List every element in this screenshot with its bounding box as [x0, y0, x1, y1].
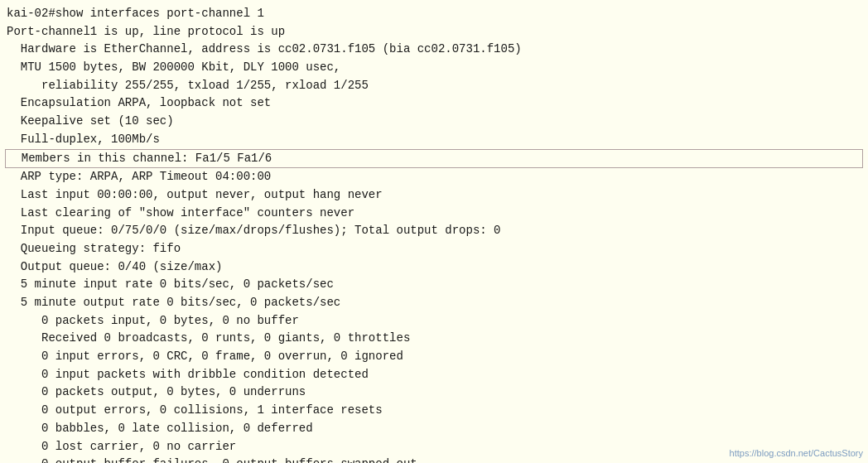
terminal-line: 0 babbles, 0 late collision, 0 deferred	[7, 420, 861, 438]
terminal-line: Input queue: 0/75/0/0 (size/max/drops/fl…	[7, 222, 861, 240]
terminal-line: Port-channel1 is up, line protocol is up	[7, 23, 861, 41]
terminal-line: reliability 255/255, txload 1/255, rxloa…	[7, 77, 861, 95]
terminal-line: Keepalive set (10 sec)	[7, 113, 861, 131]
terminal-line: Encapsulation ARPA, loopback not set	[7, 94, 861, 113]
terminal-line: ARP type: ARPA, ARP Timeout 04:00:00	[7, 168, 861, 186]
terminal-line: 5 minute input rate 0 bits/sec, 0 packet…	[7, 276, 861, 294]
terminal-line: kai-02#show interfaces port-channel 1	[7, 5, 861, 23]
terminal-line: Last input 00:00:00, output never, outpu…	[7, 186, 861, 205]
terminal-line: Hardware is EtherChannel, address is cc0…	[7, 41, 861, 59]
terminal-line: Members in this channel: Fa1/5 Fa1/6	[5, 149, 863, 169]
terminal-line: Received 0 broadcasts, 0 runts, 0 giants…	[7, 330, 861, 348]
terminal-output: kai-02#show interfaces port-channel 1Por…	[0, 0, 868, 463]
terminal-line: Queueing strategy: fifo	[7, 240, 861, 258]
terminal-line: Output queue: 0/40 (size/max)	[7, 258, 861, 277]
terminal-line: 0 input packets with dribble condition d…	[7, 366, 861, 384]
terminal-line: 0 input errors, 0 CRC, 0 frame, 0 overru…	[7, 348, 861, 366]
terminal-line: 0 packets output, 0 bytes, 0 underruns	[7, 383, 861, 402]
terminal-line: MTU 1500 bytes, BW 200000 Kbit, DLY 1000…	[7, 59, 861, 77]
terminal-line: Full-duplex, 100Mb/s	[7, 131, 861, 149]
terminal-line: 0 output errors, 0 collisions, 1 interfa…	[7, 402, 861, 420]
terminal-line: 0 packets input, 0 bytes, 0 no buffer	[7, 312, 861, 330]
watermark: https://blog.csdn.net/CactusStory	[730, 448, 863, 458]
terminal-line: 5 minute output rate 0 bits/sec, 0 packe…	[7, 294, 861, 312]
terminal-line: Last clearing of "show interface" counte…	[7, 205, 861, 223]
